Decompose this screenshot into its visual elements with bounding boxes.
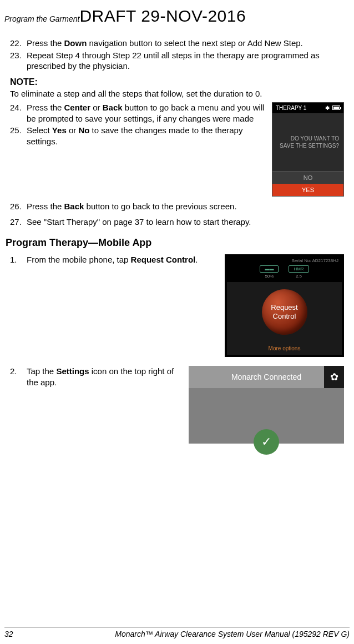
steps-22-23: 22. Press the Down navigation button to …: [10, 38, 344, 72]
mobile-step-2: 2. Tap the Settings icon on the top righ…: [10, 366, 182, 388]
device-yes-button[interactable]: YES: [272, 184, 343, 196]
device-screenshot-save-prompt: THERAPY 1 ✱ DO YOU WANT TO SAVE THE SETT…: [272, 102, 344, 197]
bluetooth-icon: ✱: [325, 105, 330, 111]
app2-body: ✓: [189, 388, 344, 444]
gear-icon: ✿: [330, 371, 338, 383]
device-prompt-text: DO YOU WANT TO SAVE THE SETTINGS?: [272, 113, 343, 171]
step-26: 26. Press the Back button to go back to …: [27, 201, 344, 212]
app-screenshot-settings: Monarch Connected ✿ ✓: [189, 366, 344, 444]
request-control-button[interactable]: Request Control: [262, 289, 307, 335]
app1-topbar: Serial No: AD217238HJ ▬▬ 50% HMR 2.5: [227, 256, 342, 282]
step-25: 25. Select Yes or No to save the changes…: [27, 125, 265, 147]
page-footer: 32 Monarch™ Airway Clearance System User…: [4, 627, 350, 638]
mobile-step-2-item: 2. Tap the Settings icon on the top righ…: [27, 366, 182, 388]
connected-indicator: ✓: [254, 429, 279, 455]
footer-manual-title: Monarch™ Airway Clearance System User Ma…: [115, 630, 350, 638]
app1-hmr-box: HMR: [289, 265, 309, 273]
app1-battery-box: ▬▬: [260, 265, 279, 273]
note-text: To eliminate a step and all the steps th…: [10, 88, 344, 99]
app1-more-options[interactable]: More options: [227, 342, 342, 355]
step-22: 22. Press the Down navigation button to …: [27, 38, 344, 49]
step-27: 27. See "Start Therapy" on page 37 to le…: [27, 217, 344, 228]
step-23: 23. Repeat Step 4 through Step 22 until …: [27, 50, 344, 72]
device-status-icons: ✱: [325, 105, 340, 111]
header-section-title: Program the Garment: [4, 14, 79, 23]
battery-icon: [332, 105, 340, 110]
mobile-step-1: 1. From the mobile phone, tap Request Co…: [10, 254, 218, 265]
device-no-button[interactable]: NO: [272, 171, 343, 184]
app1-serial: Serial No: AD217238HJ: [230, 258, 338, 263]
steps-24-25: 24. Press the Center or Back button to g…: [10, 102, 265, 147]
app2-title: Monarch Connected: [231, 373, 301, 381]
page-header: Program the Garment DRAFT 29-NOV-2016: [0, 0, 354, 28]
app1-battery-val: 50%: [260, 274, 279, 279]
device-therapy-title: THERAPY 1: [276, 105, 306, 111]
device-statusbar: THERAPY 1 ✱: [272, 103, 343, 113]
steps-26-27: 26. Press the Back button to go back to …: [10, 201, 344, 227]
settings-button[interactable]: ✿: [324, 366, 344, 388]
app1-hmr-val: 2.5: [289, 274, 309, 279]
check-icon: ✓: [261, 435, 271, 449]
page-number: 32: [4, 630, 13, 638]
mobile-step-1-item: 1. From the mobile phone, tap Request Co…: [27, 254, 218, 265]
app2-header: Monarch Connected ✿: [189, 366, 344, 388]
app-screenshot-request-control: Serial No: AD217238HJ ▬▬ 50% HMR 2.5 Req…: [225, 254, 344, 357]
step-24: 24. Press the Center or Back button to g…: [27, 102, 265, 124]
mobile-app-heading: Program Therapy—Mobile App: [6, 237, 344, 249]
draft-watermark: DRAFT 29-NOV-2016: [79, 7, 246, 26]
note-label: NOTE:: [10, 77, 344, 87]
